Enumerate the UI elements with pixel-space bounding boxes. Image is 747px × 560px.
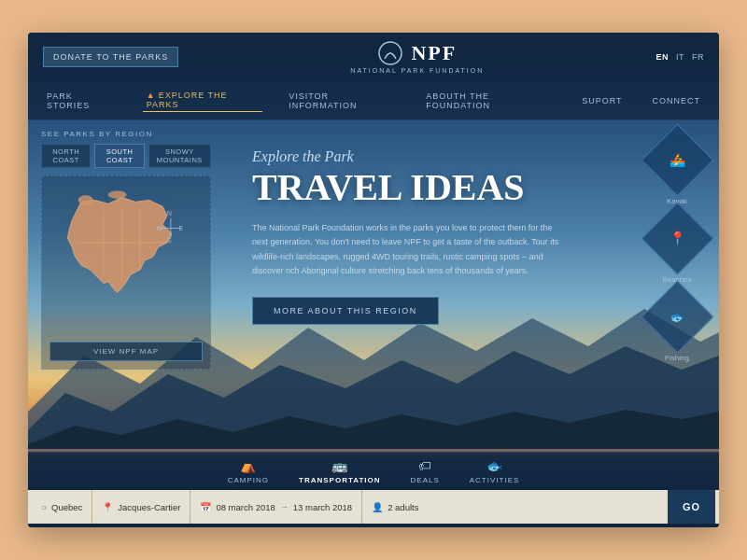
activities-panel: 🚣 Kayak 📍 Beaches 🐟 Fishing bbox=[635, 120, 719, 452]
pin-icon: 📍 bbox=[102, 502, 113, 512]
region-tabs: NORTH COAST SOUTH COAST SNOWY MOUNTAINS bbox=[41, 144, 211, 168]
lang-en-button[interactable]: EN bbox=[655, 52, 669, 62]
transportation-icon: 🚌 bbox=[331, 458, 347, 474]
camping-label: CAMPING bbox=[228, 476, 269, 484]
from-field[interactable]: ○ Quebec bbox=[32, 490, 92, 524]
kayak-icon: 🚣 bbox=[669, 152, 685, 168]
logo-text: NPF bbox=[411, 41, 457, 65]
more-region-button[interactable]: MORE ABOUT THIS REGION bbox=[252, 297, 439, 325]
date-arrow-icon: → bbox=[280, 502, 289, 511]
beaches-icon: 📍 bbox=[669, 231, 685, 246]
tab-south-coast[interactable]: SOUTH COAST bbox=[94, 144, 144, 168]
page-wrapper: DONATE TO THE PARKS NPF NATIONAL PARK FU… bbox=[28, 33, 719, 527]
hero-title: TRAVEL IDEAS bbox=[252, 169, 616, 206]
svg-point-9 bbox=[108, 191, 126, 199]
svg-text:N: N bbox=[167, 210, 172, 217]
lang-it-button[interactable]: IT bbox=[676, 52, 684, 62]
header-right: EN IT FR bbox=[655, 52, 704, 62]
activities-icon: 🐟 bbox=[486, 458, 502, 474]
nav-park-stories[interactable]: PARK STORIES bbox=[43, 90, 120, 112]
to-value: Jacques-Cartier bbox=[118, 502, 180, 512]
deals-label: DEALS bbox=[411, 476, 440, 484]
nav-connect[interactable]: CONNECT bbox=[649, 94, 705, 107]
main-content: SEE PARKS BY REGION NORTH COAST SOUTH CO… bbox=[28, 120, 719, 452]
header-left: DONATE TO THE PARKS bbox=[43, 47, 178, 67]
tab-snowy-mountains[interactable]: SNOWY MOUNTAINS bbox=[148, 144, 211, 168]
guests-icon: 👤 bbox=[372, 502, 383, 512]
from-value: Quebec bbox=[51, 502, 82, 512]
fishing-icon: 🐟 bbox=[669, 309, 685, 325]
tab-deals[interactable]: 🏷 DEALS bbox=[411, 459, 440, 484]
donate-button[interactable]: DONATE TO THE PARKS bbox=[43, 47, 178, 67]
to-field[interactable]: 📍 Jacques-Cartier bbox=[92, 490, 190, 524]
transportation-label: TRANSPORTATION bbox=[299, 476, 380, 484]
activity-beaches[interactable]: 📍 bbox=[641, 203, 713, 275]
hero-subtitle: Explore the Park bbox=[252, 148, 616, 165]
bottom-tabs: ⛺ CAMPING 🚌 TRANSPORTATION 🏷 DEALS 🐟 ACT… bbox=[28, 452, 719, 490]
nav-explore-parks[interactable]: ▲EXPLORE THE PARKS bbox=[143, 89, 262, 112]
svg-point-8 bbox=[78, 196, 93, 205]
view-map-button[interactable]: VIEW NPF MAP bbox=[49, 342, 203, 361]
lang-fr-button[interactable]: FR bbox=[692, 52, 704, 62]
tab-north-coast[interactable]: NORTH COAST bbox=[41, 144, 91, 168]
nav-indicator-icon: ▲ bbox=[147, 91, 156, 100]
save-notice: ▶ Save up to 20% on selected campsites bbox=[28, 524, 719, 527]
tab-transportation[interactable]: 🚌 TRANSPORTATION bbox=[299, 458, 380, 484]
header: DONATE TO THE PARKS NPF NATIONAL PARK FU… bbox=[28, 33, 719, 81]
map-container: N S E W VIEW NPF MAP bbox=[41, 175, 211, 370]
svg-text:W: W bbox=[156, 225, 162, 231]
canada-map: N S E W bbox=[49, 184, 194, 329]
logo-icon bbox=[377, 40, 403, 66]
activity-fishing[interactable]: 🐟 bbox=[641, 281, 713, 354]
fishing-label: Fishing bbox=[665, 354, 689, 362]
map-panel: SEE PARKS BY REGION NORTH COAST SOUTH CO… bbox=[28, 120, 224, 452]
activity-kayak[interactable]: 🚣 bbox=[641, 124, 713, 197]
guests-value: 2 adults bbox=[388, 502, 418, 512]
date-field[interactable]: 📅 08 march 2018 → 13 march 2018 bbox=[190, 490, 362, 524]
header-center: NPF NATIONAL PARK FUNDATION bbox=[350, 40, 484, 74]
search-bar: ○ Quebec 📍 Jacques-Cartier 📅 08 march 20… bbox=[28, 490, 719, 524]
hero-panel: Explore the Park TRAVEL IDEAS The Nation… bbox=[224, 120, 635, 452]
date-from-value: 08 march 2018 bbox=[216, 502, 275, 512]
guests-field[interactable]: 👤 2 adults bbox=[362, 490, 428, 524]
region-label: SEE PARKS BY REGION bbox=[41, 130, 211, 138]
logo-area: NPF bbox=[377, 40, 457, 66]
logo-subtitle: NATIONAL PARK FUNDATION bbox=[350, 67, 484, 74]
svg-text:E: E bbox=[179, 225, 184, 231]
tab-activities[interactable]: 🐟 ACTIVITIES bbox=[470, 458, 520, 484]
main-nav: PARK STORIES ▲EXPLORE THE PARKS VISITOR … bbox=[28, 81, 719, 120]
tab-camping[interactable]: ⛺ CAMPING bbox=[228, 458, 269, 484]
location-icon: ○ bbox=[41, 502, 47, 512]
search-go-button[interactable]: GO bbox=[668, 490, 715, 524]
date-to-value: 13 march 2018 bbox=[293, 502, 352, 512]
nav-visitor-info[interactable]: VISITOR INFORMATION bbox=[285, 90, 400, 112]
camping-icon: ⛺ bbox=[240, 458, 256, 474]
calendar-icon: 📅 bbox=[200, 502, 211, 512]
deals-icon: 🏷 bbox=[418, 459, 431, 474]
nav-about[interactable]: ABOUTH THE FOUNDATION bbox=[422, 90, 556, 112]
nav-support[interactable]: SUPORT bbox=[578, 94, 626, 107]
activities-label: ACTIVITIES bbox=[470, 476, 520, 484]
hero-description: The National Park Foundation works in th… bbox=[252, 221, 570, 278]
